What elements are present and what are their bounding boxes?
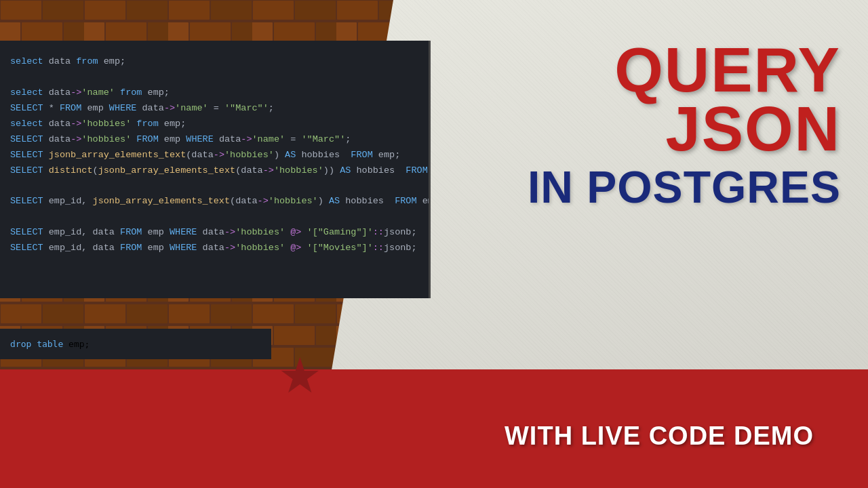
code-drop-table: drop table emp; bbox=[10, 339, 261, 349]
title-line1: QUERY bbox=[448, 41, 841, 100]
code-panel-bottom: drop table emp; bbox=[0, 329, 271, 359]
code-content: select data from emp; select data->'name… bbox=[10, 54, 418, 256]
title-area: QUERY JSON IN POSTGRES bbox=[448, 41, 841, 211]
star-icon: ★ bbox=[278, 351, 322, 400]
title-line2: JSON bbox=[448, 100, 841, 159]
title-line3: IN POSTGRES bbox=[448, 163, 841, 212]
subtitle-text: WITH LIVE CODE DEMO bbox=[505, 422, 814, 451]
code-panel: select data from emp; select data->'name… bbox=[0, 41, 431, 298]
